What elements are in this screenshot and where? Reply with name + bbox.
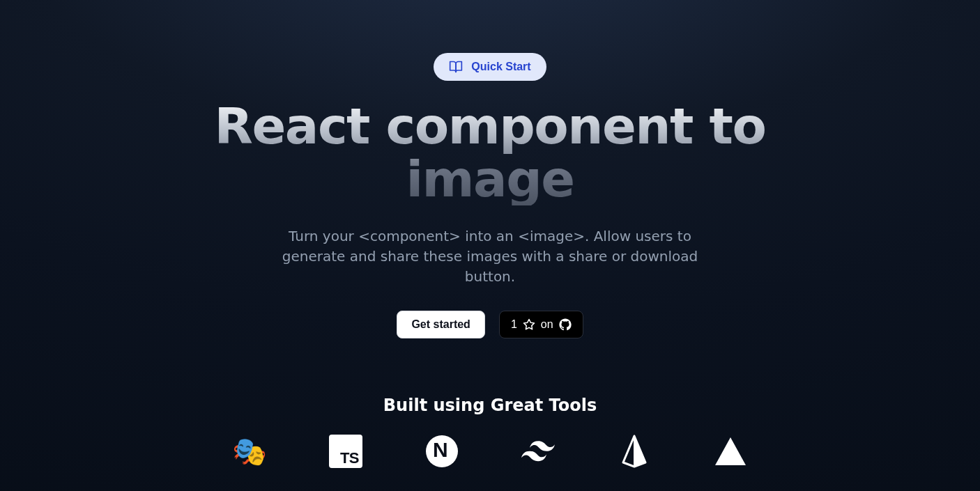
page-title: React component to image xyxy=(176,100,804,205)
landing-hero: Quick Start React component to image Tur… xyxy=(0,0,980,491)
nextjs-icon: N xyxy=(425,435,459,468)
tailwind-icon xyxy=(521,435,555,468)
github-stars-button[interactable]: 1 on xyxy=(499,311,583,338)
tools-heading: Built using Great Tools xyxy=(383,396,597,415)
get-started-button[interactable]: Get started xyxy=(397,311,484,338)
star-icon xyxy=(523,318,535,331)
typescript-icon: TS xyxy=(329,435,362,468)
playwright-icon: 🎭 xyxy=(233,435,266,468)
prisma-icon xyxy=(618,435,651,468)
quick-start-label: Quick Start xyxy=(471,61,530,73)
page-subtitle: Turn your <component> into an <image>. A… xyxy=(260,226,720,287)
vercel-icon xyxy=(714,435,747,468)
star-count: 1 xyxy=(511,318,517,331)
tools-row: 🎭 TS N xyxy=(233,435,747,468)
quick-start-button[interactable]: Quick Start xyxy=(434,53,546,81)
svg-marker-0 xyxy=(523,320,534,329)
on-label: on xyxy=(541,318,553,331)
github-icon xyxy=(559,318,572,331)
book-open-icon xyxy=(449,60,463,74)
cta-row: Get started 1 on xyxy=(397,311,583,338)
